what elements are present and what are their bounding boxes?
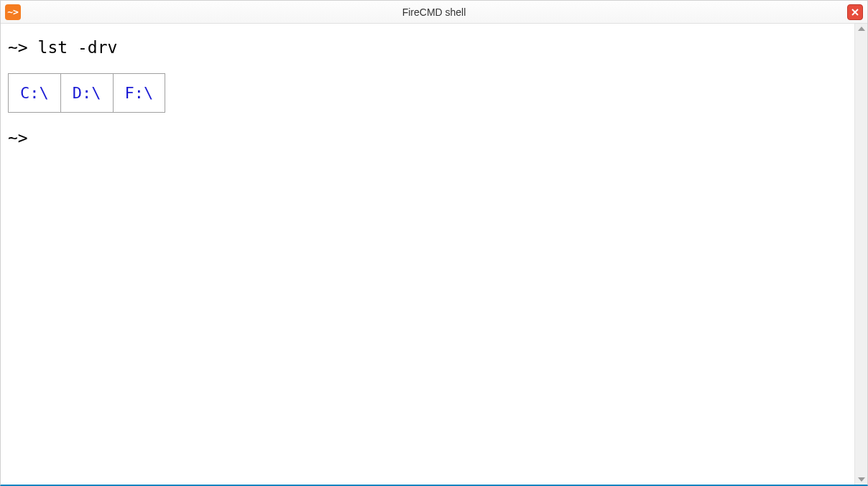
app-icon: ~>: [5, 4, 21, 20]
terminal-output[interactable]: ~> lst -drv C:\ D:\ F:\ ~>: [1, 24, 854, 485]
close-button[interactable]: [847, 4, 863, 20]
firecmd-window: ~> FireCMD shell ~> lst -drv C:\: [0, 0, 868, 486]
drive-link-f[interactable]: F:\: [125, 84, 154, 102]
drive-list-table: C:\ D:\ F:\: [8, 73, 165, 113]
scroll-down-icon[interactable]: [858, 477, 865, 482]
drive-cell: D:\: [60, 73, 113, 112]
prompt: ~>: [8, 128, 28, 147]
drive-link-c[interactable]: C:\: [20, 84, 49, 102]
close-icon: [851, 8, 859, 17]
scroll-up-icon[interactable]: [858, 27, 865, 31]
drive-link-d[interactable]: D:\: [73, 84, 101, 102]
prompt-line: ~>: [8, 126, 847, 151]
table-row: C:\ D:\ F:\: [9, 73, 165, 112]
drive-cell: F:\: [113, 73, 165, 112]
command-text: lst -drv: [38, 38, 118, 57]
prompt: ~>: [8, 38, 28, 57]
body-area: ~> lst -drv C:\ D:\ F:\ ~>: [1, 24, 867, 485]
drive-cell: C:\: [9, 73, 61, 112]
vertical-scrollbar[interactable]: [854, 24, 867, 485]
app-icon-glyph: ~>: [7, 7, 19, 17]
window-title: FireCMD shell: [1, 6, 867, 18]
command-line: ~> lst -drv: [8, 35, 847, 60]
titlebar: ~> FireCMD shell: [1, 1, 867, 24]
